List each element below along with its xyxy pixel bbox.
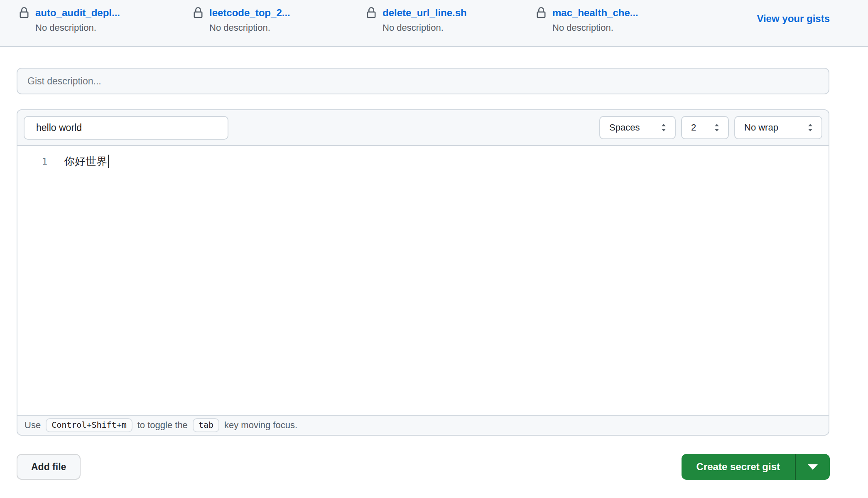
gist-description: No description. [383, 22, 467, 33]
create-gist-options-button[interactable] [795, 454, 830, 480]
gist-link[interactable]: auto_audit_depl... [35, 7, 120, 19]
recent-gist-item[interactable]: delete_url_line.sh No description. [365, 5, 467, 33]
gist-file-editor: Spaces 2 No wrap 1 你好世界 [17, 109, 829, 436]
code-area[interactable]: 1 你好世界 [17, 146, 829, 415]
lock-icon [18, 7, 30, 19]
recent-gist-item[interactable]: leetcode_top_2... No description. [192, 5, 290, 33]
tab-key-badge: tab [193, 418, 219, 432]
recent-gists-bar: auto_audit_depl... No description. leetc… [0, 0, 868, 47]
view-your-gists-link[interactable]: View your gists [757, 13, 830, 25]
indent-mode-select[interactable]: Spaces [599, 116, 676, 139]
indent-size-select[interactable]: 2 [681, 116, 729, 139]
lock-icon [535, 7, 547, 19]
shortcut-key-badge: Control+Shift+m [46, 418, 132, 432]
footer-text: key moving focus. [224, 420, 297, 431]
indent-mode-value: Spaces [609, 122, 640, 133]
wrap-mode-value: No wrap [744, 122, 778, 133]
lock-icon [365, 7, 377, 19]
editor-header: Spaces 2 No wrap [17, 110, 829, 146]
code-text: 你好世界 [64, 154, 107, 169]
gist-description: No description. [35, 22, 120, 33]
gist-description: No description. [552, 22, 638, 33]
actions-row: Add file Create secret gist [17, 454, 830, 480]
editor-controls: Spaces 2 No wrap [599, 116, 822, 139]
wrap-mode-select[interactable]: No wrap [734, 116, 822, 139]
gist-description: No description. [209, 22, 290, 33]
line-number: 1 [17, 156, 47, 167]
select-stepper-icon [659, 123, 668, 133]
footer-text: to toggle the [137, 420, 188, 431]
dropdown-caret-icon [808, 464, 818, 470]
gist-link[interactable]: leetcode_top_2... [209, 7, 290, 19]
select-stepper-icon [712, 123, 721, 133]
create-secret-gist-button[interactable]: Create secret gist [682, 454, 795, 480]
select-stepper-icon [806, 123, 815, 133]
recent-gist-item[interactable]: mac_health_che... No description. [535, 5, 638, 33]
create-gist-split-button: Create secret gist [682, 454, 830, 480]
gist-description-input[interactable] [17, 68, 829, 94]
code-line[interactable]: 1 你好世界 [17, 153, 829, 170]
indent-size-value: 2 [691, 122, 696, 133]
text-cursor [108, 155, 109, 168]
add-file-button[interactable]: Add file [17, 454, 81, 480]
recent-gist-item[interactable]: auto_audit_depl... No description. [18, 5, 120, 33]
footer-text: Use [25, 420, 41, 431]
gist-link[interactable]: mac_health_che... [552, 7, 638, 19]
gist-link[interactable]: delete_url_line.sh [383, 7, 467, 19]
filename-input[interactable] [24, 116, 228, 140]
lock-icon [192, 7, 204, 19]
editor-footer: Use Control+Shift+m to toggle the tab ke… [17, 415, 829, 435]
